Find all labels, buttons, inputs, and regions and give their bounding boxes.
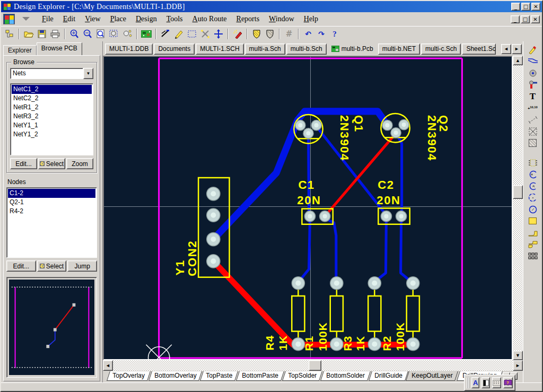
track-tool-icon[interactable]	[526, 45, 540, 55]
net-edit-button[interactable]: Edit...	[10, 158, 37, 169]
text-a-icon[interactable]: A	[471, 377, 480, 388]
mdi-restore-button[interactable]: □	[521, 15, 530, 23]
wizard-icon[interactable]	[231, 28, 244, 40]
scroll-up-icon[interactable]: ▲	[513, 56, 523, 65]
horizontal-scrollbar[interactable]: ◄ ►	[103, 360, 523, 371]
arc-angle-icon[interactable]	[526, 193, 540, 203]
floating-toolbar[interactable]: A ?	[464, 374, 515, 391]
net-preview-panel[interactable]	[6, 277, 97, 378]
doc-tab-multi-b-pcb[interactable]: multi-b.Pcb	[328, 43, 377, 55]
zoom-out-icon[interactable]	[81, 28, 94, 40]
arc-center-icon[interactable]	[526, 181, 540, 191]
zoom-area-icon[interactable]	[108, 28, 120, 40]
menu-tools[interactable]: Tools	[162, 13, 188, 25]
browse-mode-combo[interactable]: Nets ▼	[10, 68, 93, 79]
list-item-node[interactable]: Q2-1	[8, 198, 95, 207]
pcb-board-icon[interactable]	[140, 28, 153, 40]
paste-shape-icon[interactable]	[526, 228, 540, 238]
doc-tab-multi1-ddb[interactable]: MULTI-1.DDB	[105, 43, 153, 55]
help-book-icon[interactable]: ?	[503, 377, 513, 388]
arc-edge-icon[interactable]	[526, 169, 540, 179]
layer-tab-drillguide[interactable]: DrillGuide	[369, 371, 408, 381]
help-icon[interactable]: ?	[328, 28, 341, 40]
nets-list[interactable]: NetC1_2 NetC2_2 NetR1_2 NetR3_2 NetY1_1 …	[10, 83, 93, 155]
layer-tab-toppaste[interactable]: TopPaste	[200, 371, 238, 381]
layer-tab-keepoutlayer[interactable]: KeepOutLayer	[406, 371, 458, 381]
toolbar-grip-handle[interactable]	[467, 378, 469, 388]
mdi-close-button[interactable]: ✕	[531, 15, 540, 23]
fill-tool-icon[interactable]	[526, 216, 540, 226]
grid-icon[interactable]: #	[283, 28, 295, 40]
list-item-net[interactable]: NetY1_1	[12, 121, 92, 130]
doc-tab-multi-b-sch[interactable]: multi-b.Sch	[286, 43, 327, 55]
keepout-region-icon[interactable]	[526, 126, 540, 136]
tab-explorer[interactable]: Explorer	[3, 45, 37, 55]
menu-reports[interactable]: Reports	[232, 13, 265, 25]
menu-design[interactable]: Design	[131, 13, 162, 25]
browse-mode-value[interactable]: Nets	[10, 68, 83, 79]
list-item-net[interactable]: NetC1_2	[12, 85, 92, 94]
list-item-net[interactable]: NetR3_2	[12, 112, 92, 121]
combo-dropdown-icon[interactable]: ▼	[83, 68, 93, 79]
scroll-down-icon[interactable]: ▼	[513, 351, 523, 360]
zoom-document-icon[interactable]	[94, 28, 107, 40]
dimension-tool-icon[interactable]	[526, 115, 540, 125]
nodes-list[interactable]: C1-2 Q2-1 R4-2	[6, 187, 97, 258]
list-item-net[interactable]: NetC2_2	[12, 94, 92, 103]
vertical-scrollbar[interactable]: ▲ ▼	[513, 56, 523, 360]
pcb-canvas[interactable]: Q1 2N3904 Q2 2N3904 C1 20N C2 20N Y1 CON…	[104, 57, 512, 359]
menu-window[interactable]: Window	[264, 13, 299, 25]
menu-help[interactable]: Help	[299, 13, 323, 25]
pad-tool-icon[interactable]	[526, 68, 540, 78]
menu-file[interactable]: File	[37, 13, 58, 25]
node-edit-button[interactable]: Edit...	[6, 260, 36, 272]
print-icon[interactable]	[49, 28, 62, 40]
zoom-points-icon[interactable]	[121, 28, 134, 40]
component-tool-icon[interactable]	[526, 158, 540, 168]
mdi-minimize-button[interactable]: _	[511, 15, 520, 23]
shield-clear-icon[interactable]	[264, 28, 276, 40]
pads[interactable]	[207, 120, 419, 351]
minimize-button[interactable]: _	[511, 3, 520, 11]
measure-icon[interactable]	[159, 28, 172, 40]
system-dropdown-icon[interactable]	[22, 17, 30, 24]
layer-tab-topoverlay[interactable]: TopOverlay	[107, 371, 151, 381]
multi-route-icon[interactable]	[526, 56, 540, 66]
horizontal-scroll-thumb[interactable]	[309, 360, 321, 371]
move-selection-icon[interactable]	[199, 28, 212, 40]
node-jump-button[interactable]: Jump	[67, 260, 97, 272]
list-item-node[interactable]: C1-2	[8, 189, 95, 198]
coordinate-tool-icon[interactable]: +10,10	[526, 103, 540, 113]
doc-tab-documents[interactable]: Documents	[154, 43, 195, 55]
doc-tab-multi-b-net[interactable]: multi-b.NET	[378, 43, 420, 55]
menu-edit[interactable]: Edit	[58, 13, 80, 25]
node-select-button[interactable]: Select	[37, 260, 67, 272]
contrast-panel-icon[interactable]	[481, 377, 490, 388]
save-icon[interactable]	[36, 28, 48, 40]
layer-tab-bottompaste[interactable]: BottomPaste	[236, 371, 284, 381]
vertical-scroll-thumb[interactable]	[513, 185, 523, 199]
doc-tab-multi1-sch[interactable]: MULTI-1.SCH	[196, 43, 243, 55]
circle-tool-icon[interactable]	[526, 204, 540, 214]
close-button[interactable]: ✕	[531, 3, 540, 11]
restore-button[interactable]: □	[521, 3, 530, 11]
doc-tab-sheet1-sch[interactable]: Sheet1.Sch	[462, 43, 496, 55]
menu-auto-route[interactable]: Auto Route	[188, 13, 232, 25]
list-item-net[interactable]: NetR1_2	[12, 103, 92, 112]
polygon-plane-icon[interactable]	[526, 138, 540, 148]
shield-fill-icon[interactable]	[250, 28, 263, 40]
layer-tab-bottomoverlay[interactable]: BottomOverlay	[148, 371, 202, 381]
title-bar[interactable]: Design Explorer - [C:\My Documents\MULTI…	[1, 1, 542, 12]
app-menu-icon[interactable]	[3, 14, 15, 24]
select-area-icon[interactable]	[186, 28, 198, 40]
net-select-button[interactable]: Select	[38, 158, 65, 169]
list-item-net[interactable]: NetY1_2	[12, 130, 92, 139]
net-zoom-button[interactable]: Zoom	[66, 158, 93, 169]
text-tool-icon[interactable]: T	[526, 91, 540, 101]
doc-tab-scroll-right-icon[interactable]: ►	[512, 44, 522, 54]
via-tool-icon[interactable]	[526, 80, 540, 90]
layer-tab-topsolder[interactable]: TopSolder	[282, 371, 322, 381]
doc-tab-scroll-left-icon[interactable]: ◄	[501, 44, 511, 54]
doc-tab-multi-c-sch[interactable]: multi-c.Sch	[421, 43, 461, 55]
doc-tab-multi-a-sch[interactable]: multi-a.Sch	[245, 43, 285, 55]
